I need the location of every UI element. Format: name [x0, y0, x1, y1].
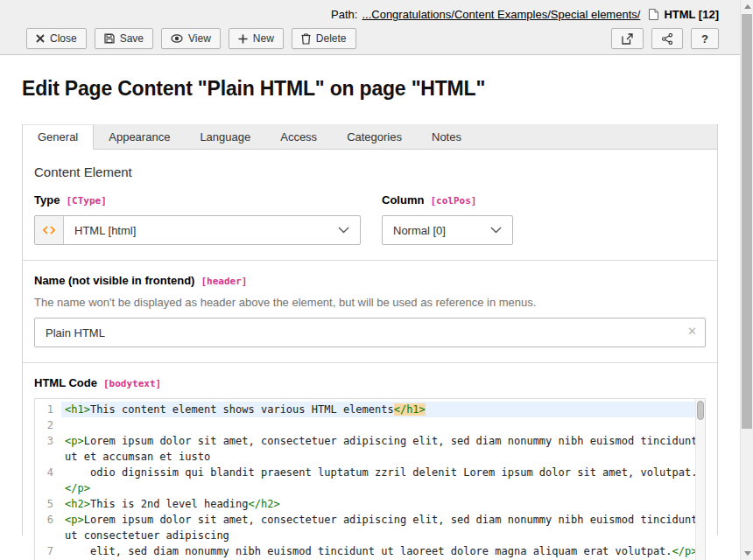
code-line-content[interactable]: <p>Lorem ipsum dolor sit amet, consectet…: [61, 512, 705, 543]
doc-header: Path: ...Congratulations/Content Example…: [0, 0, 740, 55]
code-token: This is 2nd level heading: [90, 498, 249, 510]
code-token: </h2>: [249, 498, 280, 510]
section-name: Name (not visible in frontend)[header] T…: [23, 260, 717, 362]
code-line[interactable]: 1<h1>This content element shows various …: [35, 402, 705, 417]
code-line[interactable]: 7 elit, sed diam nonummy nibh euismod ti…: [35, 543, 705, 559]
editor-scrollbar[interactable]: [695, 399, 705, 560]
page-scrollbar[interactable]: [740, 0, 753, 560]
code-token: elit, sed diam nonummy nibh euismod tinc…: [65, 545, 672, 557]
close-button[interactable]: Close: [26, 28, 87, 49]
line-number: 7: [35, 543, 61, 559]
field-column: Column[colPos] Normal [0]: [382, 193, 513, 245]
code-editor-lines: 1<h1>This content element shows various …: [35, 399, 705, 559]
column-select[interactable]: Normal [0]: [382, 215, 513, 245]
view-icon: [171, 34, 183, 43]
delete-button[interactable]: Delete: [292, 28, 356, 49]
share-button[interactable]: [651, 28, 683, 49]
code-token: </p>: [65, 482, 90, 494]
save-button[interactable]: Save: [95, 28, 153, 49]
chevron-down-icon: [490, 227, 502, 234]
column-select-body[interactable]: Normal [0]: [383, 216, 512, 244]
code-line-content[interactable]: elit, sed diam nonummy nibh euismod tinc…: [61, 543, 705, 559]
tab-access[interactable]: Access: [265, 124, 332, 149]
line-number: 3: [35, 433, 61, 449]
save-button-label: Save: [120, 32, 144, 45]
html-label-row: HTML Code[bodytext]: [34, 376, 706, 389]
code-token: Lorem ipsum dolor sit amet, consectetuer…: [65, 435, 704, 463]
name-help-text: The name won't be displayed as header ab…: [34, 296, 706, 309]
code-line[interactable]: 6<p>Lorem ipsum dolor sit amet, consecte…: [35, 512, 705, 543]
chevron-down-icon: [338, 227, 349, 234]
tab-general[interactable]: General: [23, 124, 94, 150]
tab-language[interactable]: Language: [185, 124, 265, 149]
close-button-label: Close: [50, 32, 77, 45]
line-number: 4: [35, 465, 61, 480]
code-token: Lorem ipsum dolor sit amet, consectetuer…: [65, 514, 704, 542]
html-code-token: [bodytext]: [103, 378, 161, 389]
scroll-up-arrow-icon[interactable]: [744, 4, 751, 9]
tab-bar: General Appearance Language Access Categ…: [23, 124, 717, 150]
code-line-content[interactable]: odio dignissim qui blandit praesent lupt…: [61, 465, 705, 496]
view-button-label: View: [188, 32, 211, 45]
tab-notes[interactable]: Notes: [417, 124, 476, 149]
module-body: Edit Page Content "Plain HTML" on page "…: [0, 77, 740, 536]
scroll-down-arrow-icon[interactable]: [744, 551, 751, 556]
name-label: Name (not visible in frontend): [34, 274, 194, 287]
close-icon: [36, 34, 45, 43]
tab-categories[interactable]: Categories: [332, 124, 417, 149]
code-line[interactable]: 2: [35, 417, 705, 433]
line-number: 2: [35, 417, 61, 433]
help-icon: ?: [701, 32, 708, 46]
code-line-content[interactable]: <p>Lorem ipsum dolor sit amet, consectet…: [61, 433, 705, 465]
type-select[interactable]: HTML [html]: [34, 215, 361, 245]
code-line[interactable]: 4 odio dignissim qui blandit praesent lu…: [35, 465, 705, 496]
help-button[interactable]: ?: [691, 28, 719, 49]
type-label: Type: [34, 193, 60, 206]
type-code-token: [CType]: [66, 195, 106, 206]
doc-toolbar: Close Save View New Delete: [26, 28, 719, 49]
column-code-token: [colPos]: [430, 195, 476, 206]
trash-icon: [301, 33, 311, 45]
type-select-body[interactable]: HTML [html]: [64, 216, 360, 244]
type-select-value: HTML [html]: [74, 224, 136, 237]
breadcrumb: Path: ...Congratulations/Content Example…: [26, 7, 719, 22]
code-token: odio dignissim qui blandit praesent lupt…: [65, 466, 697, 479]
column-select-value: Normal [0]: [393, 224, 446, 237]
clear-input-icon[interactable]: ✕: [687, 325, 697, 338]
module-viewport: Path: ...Congratulations/Content Example…: [0, 0, 740, 536]
type-label-row: Type[CType]: [34, 193, 361, 206]
page-scrollbar-thumb[interactable]: [742, 14, 752, 429]
html-code-icon: [35, 216, 64, 244]
path-link[interactable]: ...Congratulations/Content Examples/Spec…: [362, 8, 640, 21]
new-button[interactable]: New: [229, 28, 284, 49]
code-token: <p>: [65, 514, 84, 526]
name-code-token: [header]: [201, 276, 247, 287]
code-token: </p>: [672, 545, 698, 557]
code-line[interactable]: 5<h2>This is 2nd level heading</h2>: [35, 496, 705, 512]
html-code-label: HTML Code: [34, 376, 97, 389]
code-editor[interactable]: 1<h1>This content element shows various …: [34, 398, 706, 560]
open-in-new-window-button[interactable]: [611, 28, 644, 49]
tab-appearance[interactable]: Appearance: [94, 124, 185, 149]
code-token: <h1>: [65, 403, 90, 416]
name-input[interactable]: [34, 318, 706, 347]
page-record-icon: [648, 8, 659, 21]
code-line-content[interactable]: [61, 417, 705, 433]
delete-button-label: Delete: [316, 32, 347, 45]
line-number: 1: [35, 402, 61, 417]
section-title: Content Element: [34, 164, 706, 179]
view-button[interactable]: View: [161, 28, 221, 49]
code-token: <p>: [65, 435, 84, 447]
record-title: HTML [12]: [664, 8, 719, 21]
code-line[interactable]: 3<p>Lorem ipsum dolor sit amet, consecte…: [35, 433, 705, 465]
code-token: <h2>: [65, 498, 90, 510]
share-icon: [662, 33, 672, 45]
line-number: 6: [35, 512, 61, 528]
plus-icon: [238, 34, 248, 44]
toolbar-left-group: Close Save View New Delete: [26, 28, 356, 49]
open-in-new-window-icon: [622, 33, 633, 45]
editor-scrollbar-thumb[interactable]: [697, 401, 704, 420]
code-line-content[interactable]: <h2>This is 2nd level heading</h2>: [61, 496, 705, 512]
line-number: 5: [35, 496, 61, 512]
code-line-content[interactable]: <h1>This content element shows various H…: [61, 402, 705, 417]
